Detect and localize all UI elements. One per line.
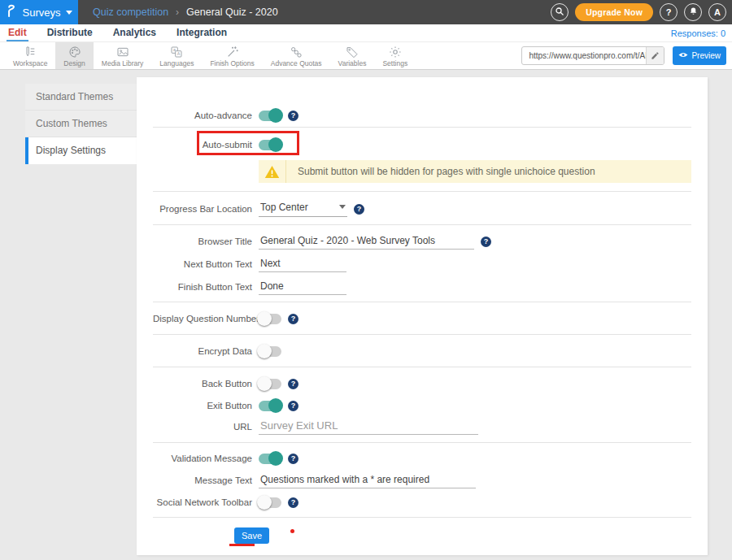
text-settings-section: Browser Title ? Next Button Text Finish …	[153, 225, 691, 302]
palette-icon	[68, 46, 81, 59]
progress-bar-section: Progress Bar Location Top Center ?	[153, 192, 691, 225]
tag-icon	[346, 46, 359, 59]
annotation-dot	[290, 529, 294, 533]
help-icon[interactable]: ?	[288, 454, 298, 464]
validation-message-toggle[interactable]	[259, 454, 281, 464]
next-button-text-input[interactable]	[259, 257, 346, 272]
sidebar-item-standard-themes[interactable]: Standard Themes	[25, 84, 137, 111]
encrypt-data-label: Encrypt Data	[153, 346, 252, 356]
surveys-menu[interactable]: Surveys	[0, 0, 78, 24]
help-icon[interactable]: ?	[354, 204, 364, 215]
help-icon[interactable]: ?	[288, 497, 298, 508]
toolbar-item-settings[interactable]: Settings	[374, 42, 416, 69]
toolbar-item-advance-quotas[interactable]: Advance Quotas	[263, 42, 330, 69]
design-sidebar: Standard Themes Custom Themes Display Se…	[25, 84, 137, 560]
encrypt-data-section: Encrypt Data	[153, 335, 691, 367]
progress-bar-location-select[interactable]: Top Center	[259, 202, 347, 217]
social-network-toolbar-label: Social Network Toolbar	[153, 497, 252, 507]
save-section: Save	[153, 518, 691, 544]
tab-analytics[interactable]: Analytics	[111, 24, 158, 40]
exit-button-label: Exit Button	[153, 401, 252, 410]
image-icon	[116, 46, 129, 59]
next-button-text-label: Next Button Text	[153, 259, 252, 269]
auto-advance-toggle[interactable]	[259, 111, 281, 121]
warning-text: Submit button will be hidden for pages w…	[286, 166, 595, 177]
navigation-buttons-section: Back Button ? Exit Button ? URL	[153, 367, 691, 443]
bell-icon	[689, 7, 698, 18]
breadcrumb-folder[interactable]: Quiz competition	[93, 7, 168, 18]
tab-distribute[interactable]: Distribute	[46, 24, 94, 40]
preview-label: Preview	[691, 51, 721, 60]
finish-button-text-label: Finish Button Text	[153, 282, 252, 292]
save-button[interactable]: Save	[234, 527, 269, 544]
exit-button-toggle[interactable]	[259, 401, 281, 411]
auto-advance-section: Auto-advance ?	[153, 77, 691, 128]
encrypt-data-toggle[interactable]	[259, 346, 281, 357]
finish-button-text-input[interactable]	[259, 280, 346, 295]
sidebar-item-custom-themes[interactable]: Custom Themes	[25, 111, 137, 137]
breadcrumb-survey-name: General Quiz - 2020	[186, 7, 278, 18]
search-icon	[555, 7, 564, 18]
help-button[interactable]: ?	[660, 3, 678, 21]
workspace-icon	[24, 46, 37, 59]
eye-icon	[678, 51, 688, 60]
display-question-numbers-toggle[interactable]	[259, 314, 281, 324]
display-settings-panel: Auto-advance ? Auto-submit	[137, 77, 708, 555]
preview-button[interactable]: Preview	[673, 46, 726, 65]
questionpro-logo-icon	[6, 4, 17, 21]
exit-url-input[interactable]	[259, 419, 478, 435]
breadcrumb-separator: ›	[176, 7, 179, 18]
survey-url-box: https://www.questionpro.com/t/APNrFZ	[521, 46, 664, 65]
toolbar-item-languages[interactable]: a A Languages	[151, 42, 202, 69]
social-network-toolbar-toggle[interactable]	[259, 497, 281, 508]
edit-toolbar: Workspace Design Media Library a A La	[0, 42, 732, 70]
svg-text:A: A	[177, 51, 181, 56]
top-header: Surveys Quiz competition › General Quiz …	[0, 0, 732, 24]
chevron-down-icon	[66, 11, 72, 15]
upgrade-now-button[interactable]: Upgrade Now	[575, 3, 653, 21]
toolbar-item-label: Languages	[159, 59, 194, 67]
tab-integration[interactable]: Integration	[175, 24, 229, 40]
notifications-button[interactable]	[684, 3, 702, 21]
back-button-label: Back Button	[153, 379, 252, 389]
search-button[interactable]	[551, 3, 569, 21]
pencil-icon	[651, 51, 660, 60]
back-button-toggle[interactable]	[259, 379, 281, 389]
help-icon[interactable]: ?	[288, 111, 298, 121]
toolbar-item-label: Design	[63, 59, 85, 67]
main-content: Standard Themes Custom Themes Display Se…	[0, 70, 732, 560]
browser-title-input[interactable]	[259, 234, 474, 250]
help-icon[interactable]: ?	[288, 379, 298, 389]
toolbar-item-label: Settings	[382, 59, 407, 67]
edit-url-button[interactable]	[646, 47, 664, 64]
toolbar-item-workspace[interactable]: Workspace	[5, 42, 55, 69]
help-icon[interactable]: ?	[288, 401, 298, 411]
toolbar-item-design[interactable]: Design	[55, 42, 93, 69]
selected-option: Top Center	[260, 202, 308, 213]
sidebar-item-display-settings[interactable]: Display Settings	[25, 137, 137, 164]
help-icon[interactable]: ?	[481, 237, 491, 247]
avatar[interactable]: A	[708, 3, 726, 21]
toolbar-item-media-library[interactable]: Media Library	[94, 42, 152, 69]
magic-wand-icon	[226, 46, 239, 59]
survey-url[interactable]: https://www.questionpro.com/t/APNrFZ	[522, 51, 646, 60]
toolbar-item-variables[interactable]: Variables	[330, 42, 375, 69]
browser-title-label: Browser Title	[153, 237, 252, 246]
responses-count[interactable]: Responses: 0	[671, 24, 725, 38]
product-menu-label: Surveys	[23, 7, 61, 19]
validation-message-label: Validation Message	[153, 454, 252, 463]
annotation-underline	[229, 544, 255, 546]
validation-section: Validation Message ? Message Text Social…	[153, 443, 691, 518]
message-text-input[interactable]	[259, 473, 476, 488]
toolbar-item-finish-options[interactable]: Finish Options	[202, 42, 262, 69]
chevron-down-icon	[339, 205, 346, 209]
chain-links-icon	[290, 46, 303, 59]
warning-triangle-icon	[259, 160, 286, 183]
tab-edit[interactable]: Edit	[7, 24, 28, 41]
message-text-label: Message Text	[153, 475, 252, 485]
translate-icon: a A	[170, 46, 183, 59]
svg-text:a: a	[173, 47, 176, 52]
help-icon[interactable]: ?	[288, 314, 298, 324]
display-question-numbers-label: Display Question Numbers	[153, 314, 252, 323]
auto-advance-label: Auto-advance	[153, 111, 252, 120]
